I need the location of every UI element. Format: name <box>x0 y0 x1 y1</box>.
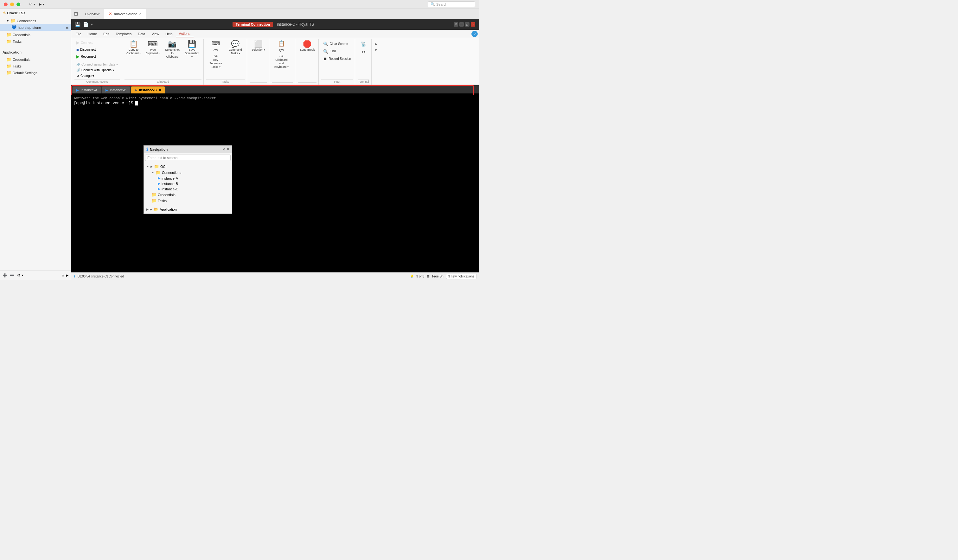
app-section-header: Application <box>0 48 71 56</box>
play-dropdown[interactable]: ▾ <box>43 3 44 6</box>
cmd-icon: 💬 <box>231 41 240 48</box>
ribbon-tab-data[interactable]: Data <box>135 31 148 37</box>
add-icon[interactable]: ➕ <box>3 273 7 278</box>
session-tab-instance-b[interactable]: ▶ instance-B <box>102 86 130 94</box>
app-section-label: Application <box>3 50 22 54</box>
play-sidebar-icon[interactable]: ▶ <box>66 273 68 278</box>
down-arrow-icon[interactable]: ▾ <box>22 274 24 277</box>
settings-icon[interactable]: ⚙ <box>17 273 21 278</box>
nav-instance-a[interactable]: ▶ instance-A <box>145 176 231 181</box>
inst-c-icon: ▶ <box>158 187 160 191</box>
nav-search-input[interactable] <box>145 155 231 161</box>
nav-tasks[interactable]: 📁 Tasks <box>145 198 231 204</box>
ribbon-tab-file[interactable]: File <box>73 31 84 37</box>
change-btn[interactable]: ⚙ Change ▾ <box>75 73 96 79</box>
send-break-icon: 🛑 <box>303 41 311 48</box>
reconnect-btn[interactable]: ▶ Reconnect <box>75 53 98 60</box>
command-tasks-btn[interactable]: 💬 Command Tasks ▾ <box>226 39 245 56</box>
ribbon-tab-help[interactable]: Help <box>162 31 176 37</box>
record-session-btn[interactable]: ⏺ Record Session <box>321 56 353 62</box>
star-icon[interactable]: ☆ <box>62 273 65 278</box>
scroll-up-btn[interactable]: ▲ <box>372 41 379 46</box>
nav-credentials[interactable]: 📁 Credentials <box>145 192 231 198</box>
app-cred-label: Credentials <box>13 58 30 62</box>
connect-btn[interactable]: ▶ Connect <box>75 39 94 46</box>
info-icon: ℹ <box>146 147 148 152</box>
terminal-connection-badge: Terminal Connection <box>233 22 273 27</box>
nav-oci[interactable]: ▼ ▶ 📁 OCI <box>145 163 231 170</box>
nav-instance-b[interactable]: ▶ instance-B <box>145 181 231 186</box>
sidebar-item-connections[interactable]: ▼ 📁 Connections <box>0 17 71 24</box>
ribbon-tab-actions[interactable]: Actions <box>176 30 194 37</box>
mac-search[interactable]: 🔍 Search <box>428 1 475 7</box>
tasks-folder: 📁 <box>151 198 157 203</box>
terminal-btn2[interactable]: ✂ <box>360 48 368 56</box>
clear-screen-btn[interactable]: 🔍 Clear Screen <box>321 41 353 48</box>
sidebar-item-credentials[interactable]: 📁 Credentials <box>0 31 71 38</box>
tab-hub-step-stone[interactable]: ✕ hub-step-stone ✕ <box>104 9 146 19</box>
save-icon: 💾 <box>187 41 196 48</box>
sidebar-item-app-tasks[interactable]: 📁 Tasks <box>0 63 71 69</box>
cb-kb-icon: 📋QWAS <box>278 41 285 58</box>
mac-minimize-btn[interactable] <box>10 3 14 6</box>
ribbon-tab-home[interactable]: Home <box>84 31 100 37</box>
minus-icon[interactable]: ➖ <box>10 273 14 278</box>
oci-folder: 📁 <box>154 164 159 169</box>
mac-titlebar: ☉ ▾ ▶ ▾ 🔍 Search <box>0 0 479 9</box>
keyboard-icon: ⌨ <box>148 41 158 48</box>
connect-using-template-btn[interactable]: 🔗 Connect using Template ▾ <box>75 62 120 67</box>
session-tab-instance-a[interactable]: ▶ instance-A <box>73 86 101 94</box>
clipboard-keyboard-btn[interactable]: 📋QWAS Clipboard and Keyboard ▾ <box>272 39 291 70</box>
nav-application[interactable]: ▶ ▶ 📂 Application <box>145 206 231 212</box>
ribbon-tab-templates[interactable]: Templates <box>113 31 135 37</box>
ribbon-group-clipboard-kb: 📋QWAS Clipboard and Keyboard ▾ <box>270 39 295 84</box>
win-minimize-btn[interactable]: — <box>459 22 464 27</box>
nav-connections[interactable]: ▼ 📁 Connections <box>145 170 231 176</box>
session-tab-instance-c[interactable]: ▶ instance-C ✕ <box>131 86 165 94</box>
copy-to-clipboard-btn[interactable]: 📋 Copy toClipboard ▾ <box>125 39 143 56</box>
find-btn[interactable]: 🔍 Find <box>321 48 353 55</box>
scissors-icon: ✂ <box>362 49 366 55</box>
win-restore-btn[interactable]: ⧉ <box>454 22 458 27</box>
mac-maximize-btn[interactable] <box>16 3 20 6</box>
type-clipboard-btn[interactable]: ⌨ Type Clipboard ▾ <box>143 39 162 56</box>
win-maximize-btn[interactable]: □ <box>465 22 469 27</box>
sidebar-item-default-settings[interactable]: 📁 Default Settings <box>0 69 71 76</box>
selection-btn[interactable]: ⬜ Selection ▾ <box>250 39 267 53</box>
chevron-down: ▼ <box>146 165 149 168</box>
record-label: Record Session <box>328 57 351 61</box>
disconnect-btn[interactable]: ■ Disconnect <box>75 46 98 53</box>
nav-back[interactable]: ☉ <box>29 2 32 6</box>
sidebar-item-tasks[interactable]: 📁 Tasks <box>0 38 71 44</box>
conn-dropdown[interactable]: ▾ <box>91 22 93 27</box>
play-btn[interactable]: ▶ <box>39 2 41 6</box>
ribbon-tab-edit[interactable]: Edit <box>100 31 113 37</box>
find-label: Find <box>330 49 335 53</box>
win-close-btn[interactable]: ✕ <box>471 22 475 27</box>
terminal-btn1[interactable]: 📡 <box>359 41 368 48</box>
save-screenshot-btn[interactable]: 💾 Save Screenshot ▾ <box>182 39 201 60</box>
bulb-icon: 💡 <box>410 274 414 278</box>
help-button[interactable]: ? <box>471 31 478 37</box>
nav-dropdown[interactable]: ▾ <box>33 3 35 6</box>
send-break-group-label <box>298 82 316 83</box>
session-tab-close-icon[interactable]: ✕ <box>159 88 161 92</box>
key-sequence-btn[interactable]: ⌨AWAS Key Sequence Tasks ▾ <box>206 39 225 70</box>
ribbon-tab-view[interactable]: View <box>148 31 162 37</box>
sidebar-item-app-credentials[interactable]: 📁 Credentials <box>0 56 71 63</box>
connect-options-btn[interactable]: 🔗 Connect with Options ▾ <box>75 67 116 73</box>
send-break-btn[interactable]: 🛑 Send Break <box>298 39 316 53</box>
nav-instance-c[interactable]: ▶ instance-C <box>145 186 231 192</box>
tab-close-icon[interactable]: ✕ <box>139 12 141 16</box>
terminal-area[interactable]: Activate the web console with: systemctl… <box>71 94 479 273</box>
screenshot-clipboard-btn[interactable]: 📷 Screenshot to Clipboard <box>163 39 182 60</box>
nav-close-icon[interactable]: ✕ <box>227 147 229 151</box>
sidebar-title: Oracle TSX <box>7 11 26 15</box>
inst-b-label: instance-B <box>162 182 178 186</box>
sidebar-item-hub-step-stone[interactable]: 💙 hub-step-stone ⏏ <box>0 24 71 31</box>
mac-close-btn[interactable] <box>4 3 8 6</box>
app-container: ⚠ Oracle TSX ▼ 📁 Connections 💙 hub-step-… <box>0 9 479 280</box>
filter-icon[interactable]: ⊲ <box>222 147 225 151</box>
scroll-down-btn[interactable]: ▼ <box>372 47 379 53</box>
tab-overview[interactable]: Overview <box>81 9 104 19</box>
